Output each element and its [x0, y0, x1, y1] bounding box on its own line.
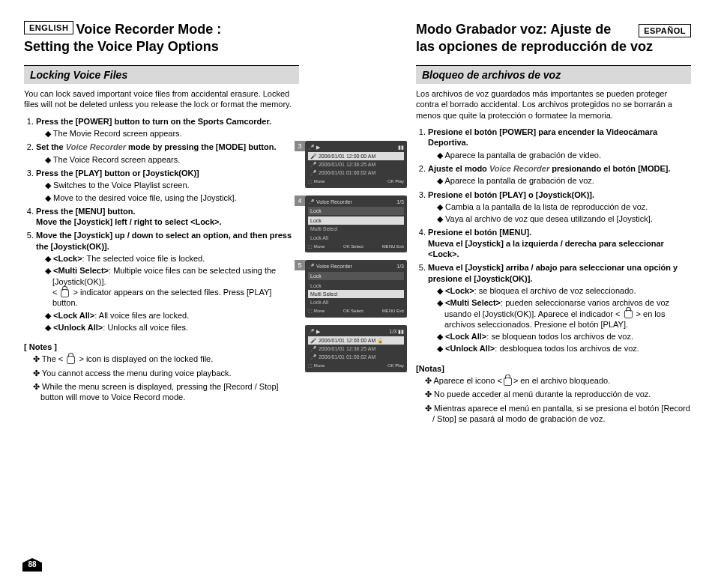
menu-option: Lock	[308, 216, 404, 225]
step1-en: Press the [POWER] button to turn on the …	[36, 117, 271, 126]
step5-es: Mueva el [Joystick] arriba / abajo para …	[428, 263, 678, 282]
step3a-es: Cambia a la pantalla de la lista de repr…	[437, 201, 691, 212]
note2-es: No puede acceder al menú durante la repr…	[425, 389, 691, 399]
step5c-en: <Lock All>: All voice files are locked.	[45, 310, 299, 321]
menu-option: Multi Select	[308, 290, 404, 298]
step5b-en: <Multi Select>: Multiple voice files can…	[45, 265, 299, 308]
lang-badge-en: ENGLISH	[24, 21, 73, 34]
step1-es: Presione el botón [POWER] para encender …	[428, 127, 657, 147]
screen-6: 🎤 ▶1/3 ▮▮ 🎤 2006/01/01 12:00:00 AM 🔒 🎤 2…	[305, 325, 407, 372]
spanish-column: ESPAÑOL Modo Grabador voz: Ajuste de las…	[410, 21, 691, 573]
steps-en: Press the [POWER] button to turn on the …	[24, 116, 299, 336]
file-row: 🎤 2006/01/01 12:00:00 AM 🔒	[308, 336, 404, 345]
step1a-es: Aparece la pantalla de grabación de vide…	[437, 150, 691, 160]
menu-option: Lock All	[308, 298, 404, 306]
note3-en: While the menu screen is displayed, pres…	[33, 381, 299, 403]
header-en: ENGLISH Voice Recorder Mode : Setting th…	[24, 21, 299, 55]
lock-icon	[504, 378, 512, 386]
screen-4: 4 🎤 Voice Recorder1/3 Lock Lock Multi Se…	[305, 196, 407, 252]
intro-es: Los archivos de voz guardados más import…	[416, 88, 691, 121]
notes-heading-es: [Notas]	[416, 363, 691, 374]
note1-es: Aparece el icono <> en el archivo bloque…	[425, 375, 691, 386]
step4b-en: Move the [Joystick] left / right to sele…	[36, 217, 222, 226]
step2-en: Set the Voice Recorder mode by pressing …	[36, 142, 276, 151]
file-row: 🎤 2006/01/01 01:00:02 AM	[308, 353, 404, 361]
step2-es: Ajuste el modo Voice Recorder presionand…	[428, 164, 671, 173]
step4-es: Presione el botón [MENU].	[428, 228, 531, 237]
file-row: 🎤 2006/01/01 12:00:00 AM	[308, 152, 404, 160]
note3-es: Mientras aparece el menú en pantalla, si…	[425, 403, 691, 425]
step5a-en: <Lock>: The selected voice file is locke…	[45, 253, 299, 264]
steps-es: Presione el botón [POWER] para encender …	[416, 127, 691, 357]
step2a-es: Aparece la pantalla de grabación de voz.	[437, 175, 691, 186]
step5a-es: <Lock>: se bloquea el archivo de voz sel…	[437, 285, 691, 296]
header-es: ESPAÑOL Modo Grabador voz: Ajuste de las…	[416, 21, 691, 55]
step5d-es: <Unlock All>: desbloquea todos los archi…	[437, 343, 691, 354]
lock-icon	[61, 289, 69, 297]
menu-option: Multi Select	[308, 225, 404, 233]
notes-heading-en: [ Notes ]	[24, 342, 299, 352]
step1a-en: The Movie Record screen appears.	[45, 128, 299, 139]
screenshots-column: 3 🎤 ▶▮▮ 🎤 2006/01/01 12:00:00 AM 🎤 2006/…	[305, 21, 410, 573]
step3-en: Press the [PLAY] button or [Joystick(OK)…	[36, 169, 199, 178]
menu-category: Lock	[308, 272, 404, 280]
note2-en: You cannot access the menu during voice …	[33, 368, 299, 378]
note1-en: The < > icon is displayed on the locked …	[33, 354, 299, 364]
step5d-en: <Unlock All>: Unlocks all voice files.	[45, 322, 299, 333]
step3b-en: Move to the desired voice file, using th…	[45, 193, 299, 203]
lock-icon	[67, 356, 75, 364]
step5c-es: <Lock All>: se bloquean todos los archiv…	[437, 331, 691, 342]
file-row: 🎤 2006/01/01 01:00:02 AM	[308, 169, 404, 177]
subhead-en: Locking Voice Files	[24, 65, 299, 84]
screen-5: 5 🎤 Voice Recorder1/3 Lock Lock Multi Se…	[305, 260, 407, 317]
subhead-es: Bloqueo de archivos de voz	[416, 65, 691, 84]
menu-category: Lock	[308, 207, 404, 215]
step3-es: Presione el botón [PLAY] o [Joystick(OK)…	[428, 190, 594, 199]
english-column: ENGLISH Voice Recorder Mode : Setting th…	[24, 21, 305, 573]
lang-badge-es: ESPAÑOL	[639, 24, 691, 37]
screen-tag-5: 5	[295, 260, 305, 270]
title-en-line2: Setting the Voice Play Options	[24, 38, 299, 55]
screen-tag-3: 3	[295, 141, 305, 151]
file-row: 🎤 2006/01/01 12:36:25 AM	[308, 345, 404, 353]
step3a-en: Switches to the Voice Playlist screen.	[45, 180, 299, 190]
step4-en: Press the [MENU] button.	[36, 207, 136, 216]
title-en-line1: Voice Recorder Mode :	[76, 22, 221, 37]
menu-option: Lock All	[308, 234, 404, 242]
menu-option: Lock	[308, 282, 404, 290]
step3b-es: Vaya al archivo de voz que desea utiliza…	[437, 213, 691, 224]
lock-icon	[624, 310, 633, 318]
screen-3: 3 🎤 ▶▮▮ 🎤 2006/01/01 12:00:00 AM 🎤 2006/…	[305, 141, 407, 188]
file-row: 🎤 2006/01/01 12:36:25 AM	[308, 160, 404, 169]
step4b-es: Mueva el [Joystick] a la izquierda / der…	[428, 239, 664, 258]
step5-en: Move the [Joystick] up / down to select …	[36, 231, 292, 250]
intro-en: You can lock saved important voice files…	[24, 88, 299, 110]
manual-page: ENGLISH Voice Recorder Mode : Setting th…	[0, 0, 715, 588]
step2a-en: The Voice Record screen appears.	[45, 154, 299, 165]
screen-tag-4: 4	[295, 196, 305, 206]
title-es-line2: las opciones de reproducción de voz	[416, 38, 691, 55]
step5b-es: <Multi Select>: pueden seleccionarse var…	[437, 297, 691, 330]
